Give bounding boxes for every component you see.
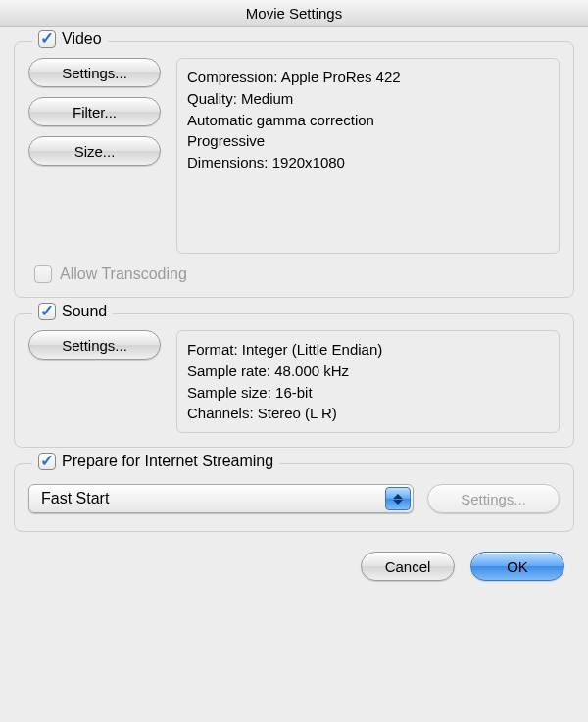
dialog-footer: Cancel OK [14,548,574,581]
video-legend-label: Video [62,30,102,48]
popup-arrows-icon [385,487,411,510]
streaming-legend: Prepare for Internet Streaming [32,453,279,470]
video-legend: Video [32,30,108,48]
streaming-mode-popup[interactable]: Fast Start [28,484,414,513]
sound-legend-label: Sound [62,303,107,320]
video-settings-button[interactable]: Settings... [28,58,161,87]
sound-channels-text: Channels: Stereo (L R) [187,403,549,424]
dialog-content: Video Settings... Filter... Size... Comp… [0,27,588,593]
video-checkbox[interactable] [38,30,56,48]
allow-transcoding-checkbox [34,265,52,283]
sound-settings-button[interactable]: Settings... [28,330,161,360]
streaming-checkbox[interactable] [38,453,56,470]
sound-checkbox[interactable] [38,303,56,320]
video-gamma-text: Automatic gamma correction [187,110,549,131]
sound-sample-rate-text: Sample rate: 48.000 kHz [187,361,549,382]
video-dimensions-text: Dimensions: 1920x1080 [187,152,549,173]
video-scan-text: Progressive [187,130,549,152]
allow-transcoding-row: Allow Transcoding [34,265,560,283]
video-size-button[interactable]: Size... [28,136,161,166]
sound-group: Sound Settings... Format: Integer (Littl… [14,313,574,448]
allow-transcoding-label: Allow Transcoding [60,265,187,283]
streaming-group: Prepare for Internet Streaming Fast Star… [14,463,574,532]
streaming-mode-value: Fast Start [41,490,109,507]
streaming-settings-button: Settings... [427,484,560,513]
ok-button[interactable]: OK [470,552,564,581]
sound-legend: Sound [32,303,113,320]
video-compression-text: Compression: Apple ProRes 422 [187,67,549,88]
sound-info-box: Format: Integer (Little Endian) Sample r… [176,330,560,433]
video-group: Video Settings... Filter... Size... Comp… [14,41,574,298]
cancel-button[interactable]: Cancel [361,552,455,581]
video-info-box: Compression: Apple ProRes 422 Quality: M… [176,58,560,254]
sound-sample-size-text: Sample size: 16-bit [187,382,549,404]
streaming-legend-label: Prepare for Internet Streaming [62,453,273,470]
sound-format-text: Format: Integer (Little Endian) [187,339,549,361]
video-filter-button[interactable]: Filter... [28,97,161,126]
window-title: Movie Settings [0,0,588,27]
video-quality-text: Quality: Medium [187,88,549,110]
